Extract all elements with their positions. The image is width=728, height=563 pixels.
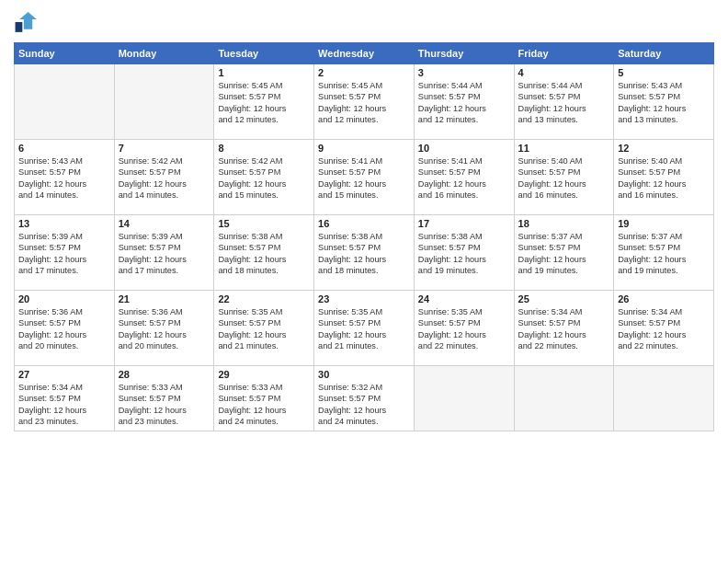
day-info: Sunrise: 5:45 AM Sunset: 5:57 PM Dayligh… — [318, 80, 410, 126]
weekday-header: Wednesday — [314, 43, 415, 64]
header — [14, 9, 714, 35]
calendar: SundayMondayTuesdayWednesdayThursdayFrid… — [14, 42, 714, 431]
day-number: 7 — [119, 143, 210, 154]
weekday-header: Saturday — [614, 43, 714, 64]
weekday-header: Monday — [114, 43, 214, 64]
day-number: 23 — [318, 293, 410, 304]
day-info: Sunrise: 5:41 AM Sunset: 5:57 PM Dayligh… — [318, 155, 410, 201]
calendar-cell: 1Sunrise: 5:45 AM Sunset: 5:57 PM Daylig… — [214, 64, 314, 140]
calendar-cell: 4Sunrise: 5:44 AM Sunset: 5:57 PM Daylig… — [514, 64, 614, 140]
day-number: 3 — [418, 67, 510, 78]
calendar-cell: 7Sunrise: 5:42 AM Sunset: 5:57 PM Daylig… — [114, 140, 214, 215]
day-info: Sunrise: 5:38 AM Sunset: 5:57 PM Dayligh… — [218, 231, 310, 277]
calendar-week-row: 13Sunrise: 5:39 AM Sunset: 5:57 PM Dayli… — [15, 215, 714, 291]
calendar-cell — [514, 366, 614, 431]
calendar-week-row: 27Sunrise: 5:34 AM Sunset: 5:57 PM Dayli… — [15, 366, 714, 431]
day-number: 28 — [119, 369, 210, 380]
calendar-cell: 11Sunrise: 5:40 AM Sunset: 5:57 PM Dayli… — [514, 140, 614, 215]
day-number: 18 — [518, 218, 610, 229]
day-info: Sunrise: 5:38 AM Sunset: 5:57 PM Dayligh… — [418, 231, 510, 277]
day-number: 14 — [119, 218, 210, 229]
day-number: 16 — [318, 218, 410, 229]
svg-rect-2 — [16, 22, 23, 32]
weekday-header: Thursday — [414, 43, 514, 64]
day-number: 24 — [418, 293, 510, 304]
logo — [14, 9, 43, 35]
day-info: Sunrise: 5:44 AM Sunset: 5:57 PM Dayligh… — [518, 80, 610, 126]
day-number: 1 — [218, 67, 310, 78]
day-info: Sunrise: 5:34 AM Sunset: 5:57 PM Dayligh… — [18, 382, 110, 428]
page: SundayMondayTuesdayWednesdayThursdayFrid… — [0, 0, 728, 563]
calendar-cell: 27Sunrise: 5:34 AM Sunset: 5:57 PM Dayli… — [15, 366, 115, 431]
calendar-cell: 30Sunrise: 5:32 AM Sunset: 5:57 PM Dayli… — [314, 366, 415, 431]
calendar-cell: 8Sunrise: 5:42 AM Sunset: 5:57 PM Daylig… — [214, 140, 314, 215]
calendar-cell: 26Sunrise: 5:34 AM Sunset: 5:57 PM Dayli… — [614, 291, 714, 366]
day-number: 27 — [18, 369, 110, 380]
calendar-cell: 6Sunrise: 5:43 AM Sunset: 5:57 PM Daylig… — [15, 140, 115, 215]
calendar-cell: 16Sunrise: 5:38 AM Sunset: 5:57 PM Dayli… — [314, 215, 415, 291]
day-info: Sunrise: 5:34 AM Sunset: 5:57 PM Dayligh… — [518, 306, 610, 352]
calendar-cell: 20Sunrise: 5:36 AM Sunset: 5:57 PM Dayli… — [15, 291, 115, 366]
calendar-header-row: SundayMondayTuesdayWednesdayThursdayFrid… — [15, 43, 714, 64]
calendar-cell — [15, 64, 115, 140]
day-info: Sunrise: 5:33 AM Sunset: 5:57 PM Dayligh… — [119, 382, 210, 428]
calendar-cell: 17Sunrise: 5:38 AM Sunset: 5:57 PM Dayli… — [414, 215, 514, 291]
day-info: Sunrise: 5:37 AM Sunset: 5:57 PM Dayligh… — [618, 231, 710, 277]
day-number: 5 — [618, 67, 710, 78]
day-number: 6 — [18, 143, 110, 154]
day-info: Sunrise: 5:34 AM Sunset: 5:57 PM Dayligh… — [618, 306, 710, 352]
day-info: Sunrise: 5:42 AM Sunset: 5:57 PM Dayligh… — [218, 155, 310, 201]
day-info: Sunrise: 5:39 AM Sunset: 5:57 PM Dayligh… — [18, 231, 110, 277]
day-info: Sunrise: 5:32 AM Sunset: 5:57 PM Dayligh… — [318, 382, 410, 428]
day-number: 2 — [318, 67, 410, 78]
day-info: Sunrise: 5:35 AM Sunset: 5:57 PM Dayligh… — [218, 306, 310, 352]
day-info: Sunrise: 5:40 AM Sunset: 5:57 PM Dayligh… — [518, 155, 610, 201]
day-info: Sunrise: 5:36 AM Sunset: 5:57 PM Dayligh… — [119, 306, 210, 352]
day-info: Sunrise: 5:39 AM Sunset: 5:57 PM Dayligh… — [119, 231, 210, 277]
calendar-cell — [114, 64, 214, 140]
day-number: 11 — [518, 143, 610, 154]
day-info: Sunrise: 5:42 AM Sunset: 5:57 PM Dayligh… — [119, 155, 210, 201]
day-number: 9 — [318, 143, 410, 154]
day-info: Sunrise: 5:35 AM Sunset: 5:57 PM Dayligh… — [418, 306, 510, 352]
day-number: 25 — [518, 293, 610, 304]
calendar-cell: 3Sunrise: 5:44 AM Sunset: 5:57 PM Daylig… — [414, 64, 514, 140]
calendar-cell: 15Sunrise: 5:38 AM Sunset: 5:57 PM Dayli… — [214, 215, 314, 291]
day-number: 12 — [618, 143, 710, 154]
calendar-cell: 28Sunrise: 5:33 AM Sunset: 5:57 PM Dayli… — [114, 366, 214, 431]
day-number: 10 — [418, 143, 510, 154]
day-number: 13 — [18, 218, 110, 229]
day-number: 4 — [518, 67, 610, 78]
logo-icon — [14, 9, 40, 35]
day-info: Sunrise: 5:36 AM Sunset: 5:57 PM Dayligh… — [18, 306, 110, 352]
calendar-cell: 29Sunrise: 5:33 AM Sunset: 5:57 PM Dayli… — [214, 366, 314, 431]
day-number: 26 — [618, 293, 710, 304]
day-info: Sunrise: 5:40 AM Sunset: 5:57 PM Dayligh… — [618, 155, 710, 201]
day-number: 15 — [218, 218, 310, 229]
calendar-week-row: 20Sunrise: 5:36 AM Sunset: 5:57 PM Dayli… — [15, 291, 714, 366]
weekday-header: Sunday — [15, 43, 115, 64]
calendar-cell — [614, 366, 714, 431]
day-info: Sunrise: 5:44 AM Sunset: 5:57 PM Dayligh… — [418, 80, 510, 126]
calendar-cell: 12Sunrise: 5:40 AM Sunset: 5:57 PM Dayli… — [614, 140, 714, 215]
calendar-cell: 2Sunrise: 5:45 AM Sunset: 5:57 PM Daylig… — [314, 64, 415, 140]
calendar-week-row: 1Sunrise: 5:45 AM Sunset: 5:57 PM Daylig… — [15, 64, 714, 140]
calendar-cell — [414, 366, 514, 431]
calendar-cell: 10Sunrise: 5:41 AM Sunset: 5:57 PM Dayli… — [414, 140, 514, 215]
weekday-header: Friday — [514, 43, 614, 64]
calendar-cell: 23Sunrise: 5:35 AM Sunset: 5:57 PM Dayli… — [314, 291, 415, 366]
day-number: 19 — [618, 218, 710, 229]
day-number: 22 — [218, 293, 310, 304]
calendar-week-row: 6Sunrise: 5:43 AM Sunset: 5:57 PM Daylig… — [15, 140, 714, 215]
day-info: Sunrise: 5:41 AM Sunset: 5:57 PM Dayligh… — [418, 155, 510, 201]
day-number: 21 — [119, 293, 210, 304]
day-info: Sunrise: 5:43 AM Sunset: 5:57 PM Dayligh… — [18, 155, 110, 201]
day-number: 8 — [218, 143, 310, 154]
calendar-cell: 13Sunrise: 5:39 AM Sunset: 5:57 PM Dayli… — [15, 215, 115, 291]
day-number: 30 — [318, 369, 410, 380]
day-number: 20 — [18, 293, 110, 304]
calendar-cell: 24Sunrise: 5:35 AM Sunset: 5:57 PM Dayli… — [414, 291, 514, 366]
weekday-header: Tuesday — [214, 43, 314, 64]
calendar-cell: 14Sunrise: 5:39 AM Sunset: 5:57 PM Dayli… — [114, 215, 214, 291]
day-info: Sunrise: 5:45 AM Sunset: 5:57 PM Dayligh… — [218, 80, 310, 126]
